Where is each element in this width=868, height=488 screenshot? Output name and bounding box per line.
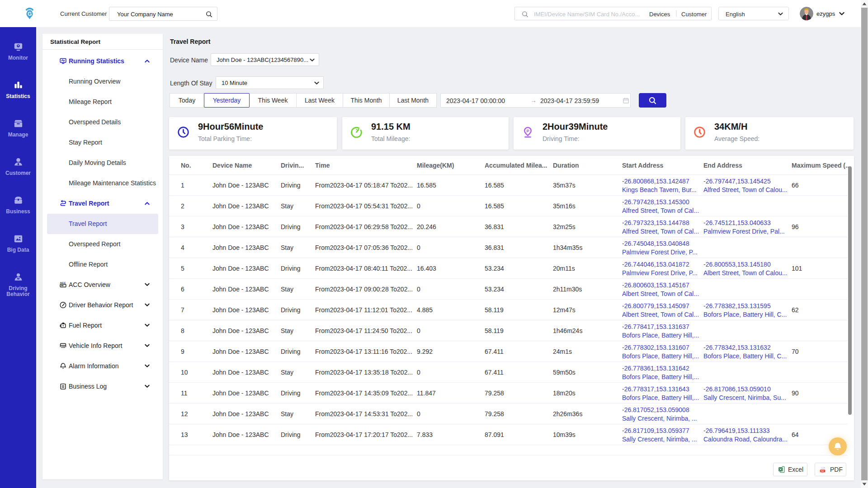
svg-text:P: P: [527, 129, 529, 133]
svg-text:PDF: PDF: [821, 470, 825, 472]
svg-text:ACC: ACC: [60, 282, 66, 284]
svg-text:G: G: [28, 11, 32, 17]
